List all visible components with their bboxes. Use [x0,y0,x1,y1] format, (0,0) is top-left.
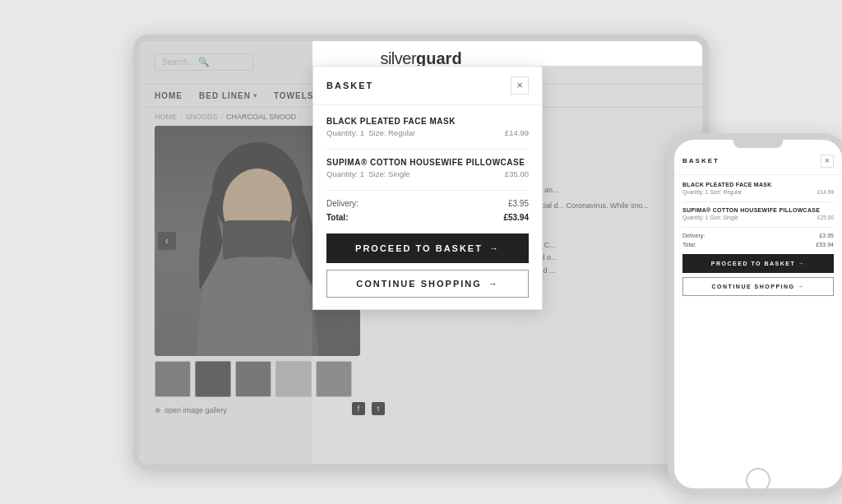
basket-close-button[interactable]: × [511,76,529,95]
nav-home[interactable]: HOME [155,91,183,100]
open-gallery[interactable]: ⊕ open image gallery [155,406,227,414]
svg-rect-2 [223,220,292,261]
proceed-arrow-icon: → [489,243,500,253]
breadcrumb-sep: / [221,113,224,121]
phone-item-2-name: SUPIMA® COTTON HOUSEWIFE PILLOWCASE [682,207,834,213]
phone-item-1-meta: Quantity: 1 Size: Regular £14.99 [682,189,834,195]
phone-basket-close-button[interactable]: × [821,155,834,168]
phone-basket-title: BASKET [682,157,719,164]
phone-total-label: Total: [682,242,696,247]
continue-shopping-button[interactable]: CONTINUE SHOPPING → [326,270,529,298]
thumbnail-2[interactable] [195,361,231,397]
tablet-screen: Search... 🔍 silverguard powered by ionic… [140,41,702,464]
phone-basket-body: BLACK PLEATED FACE MASK Quantity: 1 Size… [674,175,842,303]
search-bar[interactable]: Search... 🔍 [155,53,253,71]
basket-item-1: BLACK PLEATED FACE MASK Quantity: 1 Size… [326,117,529,137]
basket-item-1-qty: Quantity: 1 Size: Regular [326,128,415,137]
breadcrumb-home[interactable]: HOME [155,113,177,121]
basket-item-1-meta: Quantity: 1 Size: Regular £14.99 [326,128,529,137]
breadcrumb-sep: / [180,113,183,121]
basket-divider [326,149,529,150]
basket-item-2-price: £35.00 [505,169,529,178]
phone-notch [733,140,783,148]
basket-body: BLACK PLEATED FACE MASK Quantity: 1 Size… [313,105,542,309]
phone-device: BASKET × BLACK PLEATED FACE MASK Quantit… [668,133,842,495]
phone-proceed-label: PROCEED TO BASKET → [711,261,805,266]
breadcrumb-current: CHARCOAL SNOOD [226,113,296,121]
phone-item-1-name: BLACK PLEATED FACE MASK [682,182,834,187]
chevron-down-icon: ▾ [253,92,257,99]
thumbnail-3[interactable] [235,361,271,397]
basket-item-2-qty: Quantity: 1 Size: Single [326,169,409,178]
gallery-icon: ⊕ [155,406,161,414]
phone-delivery-price: £3.95 [819,233,834,238]
phone-item-2-meta: Quantity: 1 Size: Single £25.00 [682,215,834,220]
phone-home-button[interactable] [746,468,770,492]
phone-continue-label: CONTINUE SHOPPING → [712,284,805,289]
breadcrumb-sep: / [299,113,302,121]
thumbnail-4[interactable] [275,361,312,397]
basket-total-row: Total: £53.94 [326,213,529,222]
phone-basket-item-1: BLACK PLEATED FACE MASK Quantity: 1 Size… [682,182,834,195]
phone-item-1-qty: Quantity: 1 Size: Regular [682,189,742,195]
phone-proceed-button[interactable]: PROCEED TO BASKET → [682,254,834,273]
basket-delivery-price: £3.95 [508,199,529,208]
phone-divider-2 [682,227,834,228]
basket-panel: BASKET × BLACK PLEATED FACE MASK Quantit… [312,66,543,310]
product-page: Search... 🔍 silverguard powered by ionic… [140,41,702,464]
phone-basket-item-2: SUPIMA® COTTON HOUSEWIFE PILLOWCASE Quan… [682,207,834,220]
nav-bed-linen[interactable]: BED LINEN ▾ [199,91,257,100]
search-placeholder: Search... [162,58,195,67]
search-icon[interactable]: 🔍 [198,57,210,67]
scene: Search... 🔍 silverguard powered by ionic… [18,18,824,487]
thumbnail-1[interactable] [155,361,191,397]
phone-delivery-label: Delivery: [682,233,705,238]
basket-delivery-label: Delivery: [326,199,359,208]
basket-divider-2 [326,190,529,191]
prev-image-button[interactable]: ‹ [158,232,176,250]
tablet-device: Search... 🔍 silverguard powered by ionic… [133,35,709,470]
continue-arrow-icon: → [488,279,499,289]
phone-screen: BASKET × BLACK PLEATED FACE MASK Quantit… [674,148,842,464]
basket-header: BASKET × [313,67,542,105]
breadcrumb-snoods[interactable]: SNOODS [186,113,218,121]
continue-btn-label: CONTINUE SHOPPING [356,279,482,289]
phone-continue-button[interactable]: CONTINUE SHOPPING → [682,277,834,296]
phone-total-price: £53.94 [817,242,834,247]
basket-title: BASKET [326,81,373,90]
phone-basket-header: BASKET × [674,148,842,175]
logo-silver: silver [380,49,416,67]
basket-item-1-name: BLACK PLEATED FACE MASK [326,117,529,126]
phone-basket-panel: BASKET × BLACK PLEATED FACE MASK Quantit… [674,148,842,303]
basket-item-1-price: £14.99 [505,128,529,137]
basket-item-2-meta: Quantity: 1 Size: Single £35.00 [326,169,529,178]
phone-item-2-qty: Quantity: 1 Size: Single [682,215,738,220]
phone-item-2-price: £25.00 [817,215,834,220]
basket-total-price: £53.94 [503,213,529,222]
phone-delivery-row: Delivery: £3.95 [682,233,834,238]
phone-divider-1 [682,201,834,202]
logo-guard: guard [416,49,462,67]
basket-item-2-name: SUPIMA® COTTON HOUSEWIFE PILLOWCASE [326,158,529,167]
basket-delivery-row: Delivery: £3.95 [326,199,529,208]
basket-item-2: SUPIMA® COTTON HOUSEWIFE PILLOWCASE Quan… [326,158,529,178]
phone-total-row: Total: £53.94 [682,242,834,247]
proceed-to-basket-button[interactable]: PROCEED TO BASKET → [326,234,529,263]
phone-item-1-price: £14.99 [817,189,834,195]
proceed-btn-label: PROCEED TO BASKET [355,243,483,253]
basket-total-label: Total: [326,213,348,222]
gallery-label: open image gallery [164,406,227,414]
